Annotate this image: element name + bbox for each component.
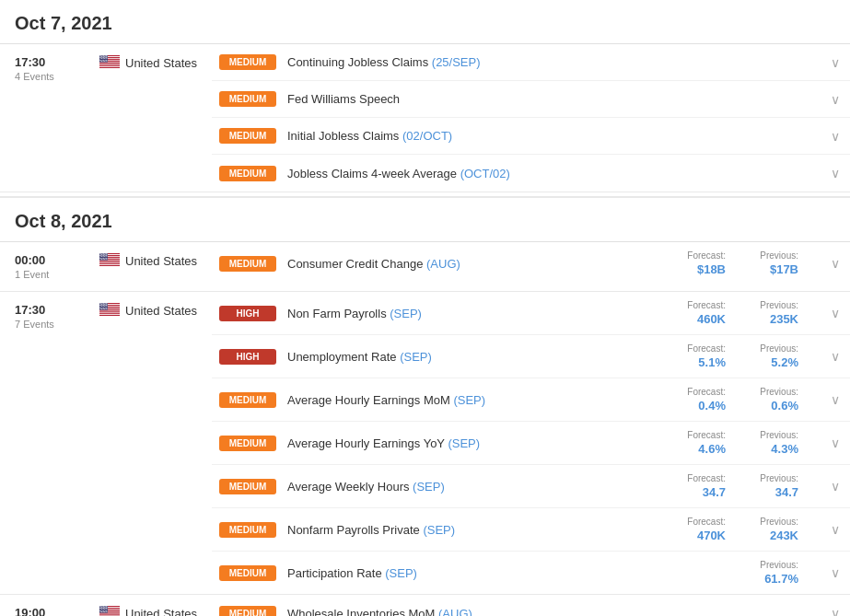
chevron-down-icon[interactable]: ∨ xyxy=(828,606,843,616)
event-row[interactable]: MEDIUMParticipation Rate (SEP)Previous:6… xyxy=(212,552,850,594)
event-name: Average Weekly Hours (SEP) xyxy=(287,480,675,494)
section-1: Oct 8, 202100:001 Event ★★★★★★★★★★★★★★★★… xyxy=(0,196,850,616)
previous-label: Previous: xyxy=(760,387,798,397)
badge-medium: MEDIUM xyxy=(219,522,276,538)
time-group-1: 17:307 Events ★★★★★★★★★★★★★★★★★★★★★★★★★★… xyxy=(0,292,850,595)
us-flag-icon: ★★★★★★★★★★★★★★★★★★★★★★★★★★★★★★★★★ xyxy=(99,55,120,71)
svg-rect-57 xyxy=(99,263,120,264)
chevron-down-icon[interactable]: ∨ xyxy=(828,349,843,364)
forecast-value: 0.4% xyxy=(698,399,726,413)
forecast-column: Forecast:460K xyxy=(675,300,726,326)
badge-medium: MEDIUM xyxy=(219,256,276,272)
event-row[interactable]: MEDIUMWholesale Inventories MoM (AUG)∨ xyxy=(212,595,850,616)
event-name: Unemployment Rate (SEP) xyxy=(287,350,675,364)
event-row[interactable]: HIGHNon Farm Payrolls (SEP)Forecast:460K… xyxy=(212,292,850,335)
event-period: (SEP) xyxy=(448,436,480,450)
chevron-down-icon[interactable]: ∨ xyxy=(828,306,843,320)
previous-label: Previous: xyxy=(760,343,798,354)
chevron-down-icon[interactable]: ∨ xyxy=(828,479,843,494)
event-name: Continuing Jobless Claims (25/SEP) xyxy=(287,55,821,69)
chevron-down-icon[interactable]: ∨ xyxy=(828,522,843,537)
event-period: (25/SEP) xyxy=(432,55,481,69)
event-row[interactable]: MEDIUMAverage Weekly Hours (SEP)Forecast… xyxy=(212,465,850,508)
event-period: (SEP) xyxy=(413,480,445,494)
country-name: United States xyxy=(125,56,197,70)
section-0: Oct 7, 202117:304 Events ★★★★★★★★★★★★★★★… xyxy=(0,0,850,192)
time-value: 17:30 xyxy=(15,303,45,317)
chevron-down-icon[interactable]: ∨ xyxy=(828,166,843,180)
time-group-2: 19:001 Event ★★★★★★★★★★★★★★★★★★★★★★★★★★★… xyxy=(0,595,850,616)
badge-medium: MEDIUM xyxy=(219,392,276,408)
svg-rect-56 xyxy=(99,262,120,263)
svg-rect-12 xyxy=(99,67,120,68)
forecast-previous-container: Forecast:4.6%Previous:4.3% xyxy=(675,430,798,456)
chevron-down-icon[interactable]: ∨ xyxy=(828,129,843,144)
previous-column: Previous:235K xyxy=(748,300,798,326)
time-value: 17:30 xyxy=(15,55,45,69)
chevron-down-icon[interactable]: ∨ xyxy=(828,92,843,107)
event-row[interactable]: MEDIUMAverage Hourly Earnings YoY (SEP)F… xyxy=(212,422,850,465)
chevron-down-icon[interactable]: ∨ xyxy=(828,392,843,407)
forecast-previous-container: Forecast:34.7Previous:34.7 xyxy=(675,473,798,499)
previous-value: 34.7 xyxy=(775,485,798,499)
event-row[interactable]: MEDIUMContinuing Jobless Claims (25/SEP)… xyxy=(212,44,850,81)
forecast-previous-container: Forecast:5.1%Previous:5.2% xyxy=(675,343,798,369)
events-count: 7 Events xyxy=(15,319,54,330)
forecast-value: 460K xyxy=(697,312,726,326)
event-period: (AUG) xyxy=(438,607,472,617)
svg-rect-8 xyxy=(99,64,120,64)
svg-rect-104 xyxy=(99,313,120,314)
event-name: Average Hourly Earnings YoY (SEP) xyxy=(287,436,675,450)
svg-rect-11 xyxy=(99,66,120,67)
forecast-label: Forecast: xyxy=(687,517,726,527)
event-row[interactable]: MEDIUMNonfarm Payrolls Private (SEP)Fore… xyxy=(212,508,850,552)
previous-column: Previous:5.2% xyxy=(748,343,798,369)
country-name: United States xyxy=(125,254,197,268)
event-row[interactable]: MEDIUMAverage Hourly Earnings MoM (SEP)F… xyxy=(212,378,850,422)
event-row[interactable]: MEDIUMJobless Claims 4-week Average (OCT… xyxy=(212,155,850,192)
previous-label: Previous: xyxy=(760,517,798,527)
forecast-previous-container: Forecast:460KPrevious:235K xyxy=(675,300,798,326)
chevron-down-icon[interactable]: ∨ xyxy=(828,256,843,271)
previous-column: Previous:4.3% xyxy=(748,430,798,456)
previous-value: $17B xyxy=(770,262,798,276)
event-name: Participation Rate (SEP) xyxy=(287,566,748,580)
event-period: (SEP) xyxy=(453,393,485,407)
time-value: 00:00 xyxy=(15,253,45,267)
flag-country-column: ★★★★★★★★★★★★★★★★★★★★★★★★★★★★★★★★★ United… xyxy=(92,595,212,616)
chevron-down-icon[interactable]: ∨ xyxy=(828,565,843,580)
event-row[interactable]: MEDIUMInitial Jobless Claims (02/OCT)∨ xyxy=(212,118,850,155)
badge-medium: MEDIUM xyxy=(219,436,276,451)
badge-high: HIGH xyxy=(219,306,276,321)
previous-column: Previous:243K xyxy=(748,517,798,542)
forecast-previous-container: Previous:61.7% xyxy=(748,560,798,586)
forecast-label: Forecast: xyxy=(687,300,726,310)
svg-rect-59 xyxy=(99,265,120,266)
svg-rect-7 xyxy=(99,63,120,64)
time-column: 00:001 Event xyxy=(0,242,92,291)
us-flag-icon: ★★★★★★★★★★★★★★★★★★★★★★★★★★★★★★★★★ xyxy=(99,253,120,269)
event-row[interactable]: MEDIUMConsumer Credit Change (AUG)Foreca… xyxy=(212,242,850,285)
previous-column: Previous:0.6% xyxy=(748,387,798,413)
svg-rect-54 xyxy=(99,261,120,262)
forecast-value: 470K xyxy=(697,529,726,542)
forecast-previous-container: Forecast:470KPrevious:243K xyxy=(675,517,798,542)
forecast-value: 4.6% xyxy=(698,442,726,456)
badge-medium: MEDIUM xyxy=(219,565,276,581)
svg-rect-101 xyxy=(99,310,120,311)
forecast-value: $18B xyxy=(697,262,726,276)
svg-rect-103 xyxy=(99,312,120,313)
event-name: Nonfarm Payrolls Private (SEP) xyxy=(287,523,675,537)
event-row[interactable]: MEDIUMFed Williams Speech∨ xyxy=(212,81,850,118)
chevron-down-icon[interactable]: ∨ xyxy=(828,55,843,70)
forecast-label: Forecast: xyxy=(687,250,726,261)
svg-rect-9 xyxy=(99,64,120,65)
svg-rect-102 xyxy=(99,311,120,312)
date-header: Oct 8, 2021 xyxy=(0,198,850,242)
event-row[interactable]: HIGHUnemployment Rate (SEP)Forecast:5.1%… xyxy=(212,335,850,378)
forecast-label: Forecast: xyxy=(687,430,726,440)
chevron-down-icon[interactable]: ∨ xyxy=(828,436,843,450)
forecast-value: 5.1% xyxy=(698,355,726,369)
event-name: Wholesale Inventories MoM (AUG) xyxy=(287,607,821,617)
event-period: (AUG) xyxy=(426,257,460,271)
